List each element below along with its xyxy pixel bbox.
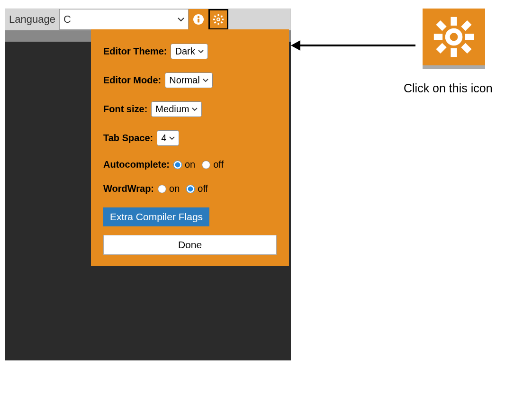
done-button[interactable]: Done bbox=[103, 235, 277, 255]
svg-rect-17 bbox=[436, 20, 446, 31]
chevron-down-icon bbox=[178, 17, 184, 22]
language-value: C bbox=[63, 13, 71, 26]
autocomplete-on-radio[interactable] bbox=[173, 161, 182, 169]
settings-popup: Editor Theme: Dark Editor Mode: Normal F… bbox=[91, 29, 289, 266]
svg-rect-14 bbox=[451, 48, 457, 57]
svg-rect-9 bbox=[220, 15, 223, 18]
svg-rect-10 bbox=[214, 21, 216, 24]
tab-value: 4 bbox=[161, 133, 166, 144]
autocomplete-label: Autocomplete: bbox=[103, 159, 170, 170]
svg-rect-8 bbox=[220, 21, 223, 24]
svg-rect-3 bbox=[217, 14, 219, 16]
wordwrap-off-radio[interactable] bbox=[186, 185, 195, 193]
svg-rect-19 bbox=[461, 20, 471, 31]
svg-point-12 bbox=[450, 33, 458, 41]
info-icon bbox=[193, 14, 204, 25]
mode-value: Normal bbox=[169, 75, 199, 86]
wordwrap-on-text: on bbox=[169, 183, 180, 194]
tab-label: Tab Space: bbox=[103, 133, 153, 144]
autocomplete-off-text: off bbox=[213, 159, 224, 170]
font-select[interactable]: Medium bbox=[151, 101, 202, 117]
wordwrap-label: WordWrap: bbox=[103, 183, 154, 194]
font-value: Medium bbox=[155, 104, 189, 115]
font-label: Font size: bbox=[103, 104, 147, 115]
svg-rect-16 bbox=[465, 34, 474, 40]
autocomplete-off-radio[interactable] bbox=[202, 161, 210, 169]
wordwrap-off-text: off bbox=[198, 183, 208, 194]
settings-button[interactable] bbox=[208, 9, 228, 30]
svg-rect-5 bbox=[213, 19, 215, 20]
annotation-gear-callout bbox=[423, 9, 485, 69]
arrow-left-icon bbox=[291, 40, 300, 51]
language-select[interactable]: C bbox=[59, 9, 189, 30]
chevron-down-icon bbox=[192, 107, 198, 111]
tab-select[interactable]: 4 bbox=[157, 130, 179, 146]
svg-rect-7 bbox=[214, 15, 216, 18]
gear-icon bbox=[433, 16, 475, 58]
mode-select[interactable]: Normal bbox=[165, 72, 212, 88]
svg-rect-4 bbox=[217, 23, 219, 25]
svg-rect-6 bbox=[222, 19, 224, 20]
theme-select[interactable]: Dark bbox=[171, 44, 207, 59]
wordwrap-on-radio[interactable] bbox=[158, 185, 166, 193]
annotation-caption: Click on this icon bbox=[404, 81, 493, 95]
autocomplete-on-text: on bbox=[185, 159, 195, 170]
chevron-down-icon bbox=[198, 49, 204, 54]
svg-rect-13 bbox=[451, 17, 457, 26]
mode-label: Editor Mode: bbox=[103, 75, 161, 86]
chevron-down-icon bbox=[169, 136, 175, 140]
chevron-down-icon bbox=[203, 78, 208, 82]
theme-label: Editor Theme: bbox=[103, 46, 167, 57]
arrow-line bbox=[296, 45, 415, 46]
svg-rect-18 bbox=[461, 43, 471, 54]
language-label: Language bbox=[5, 9, 59, 30]
info-button[interactable] bbox=[189, 9, 208, 30]
svg-rect-2 bbox=[198, 19, 199, 23]
svg-point-1 bbox=[198, 16, 199, 18]
svg-rect-20 bbox=[436, 43, 446, 54]
header-bar: Language C bbox=[5, 9, 291, 30]
theme-value: Dark bbox=[175, 46, 195, 57]
extra-compiler-flags-button[interactable]: Extra Compiler Flags bbox=[103, 207, 209, 226]
gear-icon bbox=[213, 14, 224, 25]
svg-rect-15 bbox=[434, 34, 442, 40]
